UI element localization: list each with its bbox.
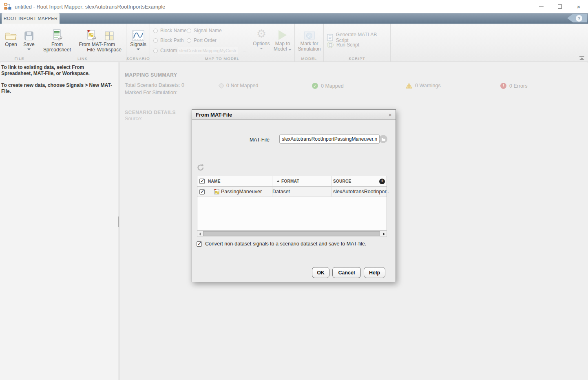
ribbon-group-model: ✓ Mark for Simulation MODEL: [295, 24, 324, 62]
warning-icon: [406, 83, 412, 88]
add-column-button[interactable]: +: [379, 179, 385, 184]
radio-block-path[interactable]: Block Path: [153, 38, 183, 43]
cancel-button[interactable]: Cancel: [332, 267, 361, 278]
workspace-icon: [104, 31, 114, 41]
window-title: untitled - Root Inport Mapper: slexAutot…: [15, 4, 165, 10]
radio-icon: [153, 38, 158, 43]
radio-icon: [187, 29, 191, 33]
scroll-left-icon[interactable]: [199, 232, 201, 236]
column-name[interactable]: NAME: [208, 179, 221, 183]
script-icon: [327, 34, 333, 41]
dataset-icon: [214, 189, 219, 194]
maximize-icon: [558, 4, 562, 9]
mark-for-simulation-label: Mark for Simulation: [296, 41, 322, 52]
help-icon: ?: [576, 15, 582, 22]
custom-mapping-input[interactable]: [177, 47, 238, 54]
stat-warnings: 0 Warnings: [406, 83, 441, 88]
spreadsheet-icon: [52, 29, 62, 41]
options-button[interactable]: ⚙ Options: [251, 26, 272, 49]
stat-errors: ! 0 Errors: [500, 83, 527, 89]
column-source[interactable]: SOURCE: [333, 179, 351, 183]
help-button-dialog[interactable]: Help: [364, 267, 385, 278]
map-to-model-dropdown-icon: [288, 49, 292, 51]
table-row[interactable]: PassingManeuver Dataset slexAutotransRoo…: [197, 187, 387, 197]
close-button[interactable]: ×: [569, 0, 588, 13]
from-workspace-label: From Workspace: [93, 42, 126, 53]
help-button[interactable]: ?: [567, 14, 587, 22]
dialog-title: From MAT-File: [196, 112, 232, 118]
total-scenario-datasets: Total Scenario Datasets: 0: [125, 82, 184, 88]
mark-for-simulation-icon: ✓: [304, 31, 315, 40]
ribbon-group-map-to-model: Block Name Signal Name Block Path Port O…: [150, 24, 295, 62]
tab-root-inport-mapper[interactable]: ROOT INPORT MAPPER: [2, 13, 60, 24]
dialog-close-button[interactable]: ×: [388, 112, 392, 118]
ok-button[interactable]: OK: [312, 267, 329, 278]
row-source: slexAutotransRootInpor..: [333, 189, 389, 194]
minimize-button[interactable]: [532, 0, 550, 13]
panel-splitter-handle[interactable]: [118, 217, 119, 227]
signals-label: Signals: [130, 42, 146, 47]
mat-file-input[interactable]: [279, 135, 380, 144]
radio-custom[interactable]: Custom: [153, 48, 177, 53]
scenario-details-source: Source:: [125, 116, 142, 122]
signals-button[interactable]: Signals: [128, 27, 149, 50]
open-button[interactable]: Open: [2, 27, 20, 47]
run-script-button[interactable]: Run Script: [327, 42, 359, 48]
dialog-title-bar[interactable]: From MAT-File ×: [192, 110, 396, 120]
sort-ascending-icon[interactable]: [276, 180, 280, 182]
group-label-scenario: SCENARIO: [126, 56, 150, 61]
minimize-icon: [539, 7, 544, 7]
signals-icon: [132, 30, 144, 41]
radio-icon: [153, 29, 158, 33]
hint-link-data: To link to existing data, select From Sp…: [1, 64, 116, 77]
ribbon-group-link: From Spreadsheet From MAT-File: [39, 24, 126, 62]
radio-block-name[interactable]: Block Name: [153, 28, 187, 33]
marked-for-simulation: Marked For Simulation:: [125, 90, 177, 95]
group-label-model: MODEL: [295, 56, 323, 61]
group-label-script: SCRIPT: [324, 56, 390, 61]
hint-create-data: To create new data, choose Signals > New…: [1, 82, 116, 95]
error-icon: !: [500, 83, 506, 89]
stat-not-mapped: 0 Not Mapped: [219, 83, 259, 88]
scrollbar-thumb[interactable]: [203, 231, 380, 236]
save-dropdown-icon: [27, 49, 31, 50]
ribbon-group-script: Generate MATLAB Script Run Script SCRIPT: [324, 24, 391, 62]
mapped-icon: ✓: [312, 83, 318, 89]
maximize-button[interactable]: [550, 0, 569, 13]
radio-signal-name[interactable]: Signal Name: [187, 28, 222, 33]
table-header: NAME FORMAT SOURCE +: [197, 176, 387, 187]
signals-dropdown-icon: [137, 49, 140, 50]
open-label: Open: [5, 42, 17, 47]
from-workspace-button[interactable]: From Workspace: [93, 27, 126, 53]
column-format[interactable]: FORMAT: [281, 179, 299, 183]
radio-port-order[interactable]: Port Order: [187, 38, 217, 43]
browse-mat-file-button[interactable]: [379, 135, 387, 143]
ribbon: Open Save FILE: [0, 24, 588, 62]
convert-option: Convert non-dataset signals to a scenari…: [197, 241, 366, 247]
map-to-model-button[interactable]: Map to Model: [271, 26, 294, 52]
mark-for-simulation-button[interactable]: ✓ Mark for Simulation: [296, 26, 322, 52]
custom-browse-button[interactable]: ...: [243, 48, 246, 53]
gear-icon: ⚙: [256, 28, 266, 40]
horizontal-scrollbar[interactable]: [197, 230, 387, 237]
scroll-right-icon[interactable]: [383, 232, 385, 236]
select-all-checkbox[interactable]: [199, 179, 205, 184]
hint-panel: To link to existing data, select From Sp…: [0, 62, 118, 380]
row-checkbox[interactable]: [199, 189, 205, 194]
group-label-map-to-model: MAP TO MODEL: [150, 56, 294, 61]
close-icon: ×: [577, 4, 581, 10]
app-icon: [4, 3, 11, 10]
convert-checkbox[interactable]: [197, 241, 202, 247]
from-mat-file-dialog: From MAT-File × MAT-File NAME FORMAT SOU…: [192, 109, 396, 282]
from-spreadsheet-button[interactable]: From Spreadsheet: [40, 27, 74, 53]
collapse-ribbon-button[interactable]: [579, 56, 584, 60]
ribbon-group-file: Open Save FILE: [0, 24, 39, 62]
not-mapped-icon: [219, 83, 224, 88]
convert-label: Convert non-dataset signals to a scenari…: [205, 241, 366, 247]
options-label: Options: [253, 41, 270, 46]
map-to-model-label: Map to Model: [271, 41, 294, 52]
save-button[interactable]: Save: [20, 27, 38, 50]
options-dropdown-icon: [260, 48, 263, 49]
refresh-button[interactable]: [197, 163, 205, 172]
stat-mapped: ✓ 0 Mapped: [312, 83, 344, 89]
